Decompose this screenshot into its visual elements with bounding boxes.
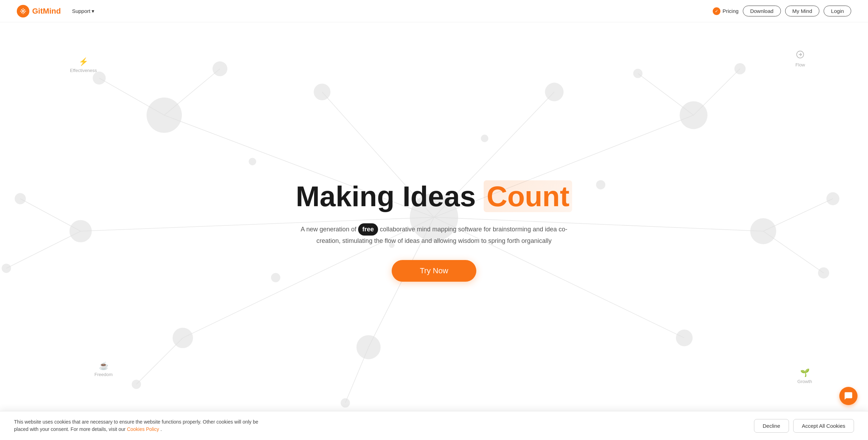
pricing-icon: ✓ bbox=[713, 7, 720, 15]
chat-bubble-button[interactable] bbox=[839, 387, 858, 405]
cookie-buttons: Decline Accept All Cookies bbox=[754, 419, 854, 433]
decline-button[interactable]: Decline bbox=[754, 419, 789, 433]
freedom-icon: ☕ bbox=[99, 361, 108, 370]
svg-point-22 bbox=[680, 101, 707, 129]
svg-point-26 bbox=[676, 330, 693, 346]
svg-point-32 bbox=[734, 63, 746, 74]
chat-icon bbox=[844, 391, 853, 401]
svg-point-36 bbox=[826, 192, 839, 205]
float-growth: 🌱 Growth bbox=[797, 368, 812, 384]
my-mind-button[interactable]: My Mind bbox=[785, 6, 820, 16]
support-menu[interactable]: Support ▾ bbox=[72, 8, 95, 14]
svg-point-43 bbox=[596, 180, 605, 189]
flow-icon bbox=[796, 50, 804, 61]
hero-title: Making Ideas Count bbox=[296, 181, 572, 212]
svg-point-40 bbox=[249, 158, 256, 165]
pricing-button[interactable]: ✓ Pricing bbox=[713, 7, 739, 15]
svg-point-35 bbox=[2, 264, 11, 273]
svg-point-42 bbox=[481, 135, 488, 142]
svg-point-21 bbox=[147, 98, 182, 133]
logo-text: GitMind bbox=[32, 7, 61, 16]
download-button[interactable]: Download bbox=[743, 6, 781, 16]
try-now-button[interactable]: Try Now bbox=[392, 260, 476, 282]
hero-title-highlight: Count bbox=[484, 180, 572, 212]
svg-point-0 bbox=[22, 10, 24, 12]
logo[interactable]: GitMind bbox=[17, 5, 61, 17]
svg-point-34 bbox=[15, 193, 26, 204]
svg-point-39 bbox=[341, 398, 350, 408]
cookies-policy-link[interactable]: Cookies Policy bbox=[127, 426, 159, 432]
svg-point-28 bbox=[314, 84, 330, 100]
svg-line-15 bbox=[6, 231, 80, 268]
svg-point-33 bbox=[633, 69, 643, 78]
login-button[interactable]: Login bbox=[824, 6, 851, 16]
hero-content: Making Ideas Count A new generation of f… bbox=[296, 181, 572, 282]
growth-icon: 🌱 bbox=[800, 368, 810, 377]
svg-point-37 bbox=[818, 267, 829, 279]
hero-section: ⚡ Effectiveness Flow ☕ Freedom 🌱 Growth … bbox=[0, 22, 868, 440]
svg-point-24 bbox=[750, 218, 776, 244]
logo-icon bbox=[17, 5, 29, 17]
svg-point-27 bbox=[356, 335, 380, 359]
svg-point-25 bbox=[172, 328, 193, 348]
svg-point-29 bbox=[545, 83, 563, 101]
effectiveness-icon: ⚡ bbox=[79, 57, 88, 66]
chevron-down-icon: ▾ bbox=[92, 8, 94, 14]
svg-point-23 bbox=[70, 220, 92, 243]
svg-point-31 bbox=[213, 62, 227, 76]
svg-point-30 bbox=[93, 72, 106, 85]
float-flow: Flow bbox=[796, 50, 805, 67]
svg-point-38 bbox=[132, 380, 141, 389]
hero-subtitle: A new generation of free collaborative m… bbox=[298, 223, 570, 246]
cookie-banner: This website uses cookies that are neces… bbox=[0, 411, 868, 440]
navbar: GitMind Support ▾ ✓ Pricing Download My … bbox=[0, 0, 868, 22]
float-freedom: ☕ Freedom bbox=[94, 361, 113, 377]
accept-cookies-button[interactable]: Accept All Cookies bbox=[793, 419, 854, 433]
float-effectiveness: ⚡ Effectiveness bbox=[70, 57, 97, 73]
free-badge: free bbox=[358, 223, 378, 236]
cookie-text: This website uses cookies that are neces… bbox=[14, 418, 259, 433]
svg-point-41 bbox=[271, 273, 280, 282]
